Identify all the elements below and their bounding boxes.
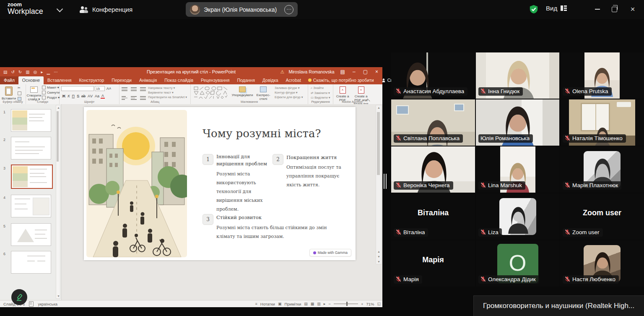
participant-tile[interactable]: Наталія Тімошенко	[560, 99, 644, 146]
numbering-button[interactable]	[131, 86, 137, 92]
undo-icon[interactable]: ↺	[11, 70, 14, 74]
tab-file[interactable]: Файл	[0, 76, 18, 84]
comments-toggle[interactable]: Примітки	[284, 302, 301, 306]
align-text-button[interactable]: Вирівняти текст ▾	[148, 91, 187, 94]
account-name[interactable]: Miroslava Romanovska	[288, 69, 334, 74]
tab-shared-screen[interactable]: Экран (Юлія Романовська) ⋯	[186, 2, 298, 17]
tab-transitions[interactable]: Переходи	[108, 76, 135, 84]
participant-tile[interactable]: Інна Гнидюк	[476, 52, 559, 99]
security-shield-icon[interactable]	[529, 5, 538, 14]
strikethrough-button[interactable]: ab	[80, 94, 86, 98]
panel-resize-handle[interactable]	[383, 173, 387, 190]
zoom-percentage[interactable]: 71%	[366, 302, 374, 306]
slideshow-icon[interactable]: ▸	[41, 70, 43, 74]
participant-tile[interactable]: Вероніка Чернега	[391, 146, 475, 193]
participant-tile[interactable]: Віталіна Віталіна	[391, 193, 475, 240]
ppt-minimize-icon[interactable]: –	[351, 69, 357, 75]
save-icon[interactable]: ▤	[3, 70, 7, 74]
tab-help[interactable]: Довідка	[259, 76, 282, 84]
quick-access-toolbar[interactable]: ▤ ↺ ↻ ▥ ◎ ▸ ▁ ⋯	[3, 70, 58, 74]
tab-view[interactable]: Подання	[233, 76, 258, 84]
made-with-gamma-badge[interactable]: Made with Gamma	[309, 249, 351, 256]
grow-font-button[interactable]: А˄	[106, 86, 112, 91]
reset-button[interactable]: Скинути	[42, 91, 60, 94]
close-button[interactable]: ×	[626, 3, 640, 15]
new-slide-button[interactable]: Створити слайд ▾	[27, 85, 41, 101]
collapse-ribbon-icon[interactable]	[366, 99, 370, 103]
underline-button[interactable]: П	[71, 94, 75, 98]
view-button[interactable]: Вид	[546, 5, 567, 12]
notes-toggle[interactable]: Нотатки	[260, 302, 275, 306]
print-preview-icon[interactable]: ▥	[26, 70, 29, 74]
tell-me-box[interactable]: Скажіть, що потрібно зробити	[305, 76, 377, 84]
normal-view-icon[interactable]: ▤	[304, 302, 308, 306]
more-options-icon[interactable]: ⋯	[284, 5, 293, 14]
participant-tile[interactable]: O Олександра Дідик	[476, 240, 559, 287]
slide-thumbnail[interactable]	[11, 195, 51, 217]
shape-effects-button[interactable]: Ефекти для фігур ▾	[275, 95, 303, 99]
shadow-button[interactable]: S	[76, 94, 80, 98]
cut-button[interactable]: ✂	[18, 86, 21, 90]
slide-sorter-icon[interactable]: ▦	[311, 302, 314, 306]
arrange-button[interactable]: Упорядкувати	[232, 85, 253, 97]
redo-icon[interactable]: ↻	[18, 70, 22, 74]
slide-thumbnail-selected[interactable]	[11, 165, 53, 189]
participant-tile[interactable]: Марія Плахотнюк	[560, 146, 644, 193]
language-indicator[interactable]: українська	[38, 302, 57, 306]
participant-tile[interactable]: Zoom user Zoom user	[560, 193, 644, 240]
ppt-close-icon[interactable]: ×	[374, 69, 380, 75]
zoom-slider[interactable]	[334, 303, 358, 304]
copy-button[interactable]	[18, 91, 21, 95]
font-name-combo[interactable]	[61, 86, 94, 91]
slide-thumbnail[interactable]	[11, 137, 51, 159]
char-spacing-button[interactable]: АV	[87, 94, 93, 98]
shapes-gallery[interactable]	[193, 86, 229, 99]
participant-tile[interactable]: Настя Любченко	[560, 240, 644, 287]
ribbon-options-icon[interactable]: ▤	[339, 69, 347, 75]
minimize-button[interactable]	[590, 3, 605, 15]
paste-button[interactable]: Вставити	[2, 85, 16, 100]
bold-button[interactable]: Ж	[61, 94, 66, 98]
indent-button[interactable]	[140, 86, 146, 92]
qat-more-icon[interactable]: ⋯	[54, 70, 58, 74]
shape-outline-button[interactable]: Контур фігури ▾	[275, 91, 303, 94]
audio-device-banner[interactable]: Громкоговоритель и наушники (Realtek Hig…	[473, 295, 644, 316]
text-direction-button[interactable]: Напрямок тексту ▾	[148, 86, 187, 90]
tab-conference[interactable]: Конференция	[75, 0, 137, 19]
tab-slideshow[interactable]: Показ слайдів	[161, 76, 197, 84]
restore-button[interactable]	[607, 3, 621, 15]
tab-insert[interactable]: Вставлення	[44, 76, 75, 84]
find-button[interactable]: ⌕ Знайти	[311, 86, 330, 90]
zoom-out-button[interactable]: −	[328, 302, 331, 306]
layout-button[interactable]: Макет ▾	[42, 86, 60, 89]
slide-thumbnail-panel[interactable]: 1 2 3 4 5 6 ▲▼	[0, 104, 62, 300]
zoom-in-button[interactable]: +	[361, 302, 364, 306]
participant-tile[interactable]: Світлана Поплавська	[391, 99, 475, 146]
tab-design[interactable]: Конструктор	[75, 76, 108, 84]
select-button[interactable]: ▭ Виділити ▾	[311, 96, 330, 99]
font-size-combo[interactable]: 15	[95, 86, 105, 91]
change-case-button[interactable]: Аа	[94, 94, 100, 98]
shape-fill-button[interactable]: Заливка фігури ▾	[275, 86, 303, 90]
quick-styles-button[interactable]: Експрес-стилі	[254, 85, 273, 101]
annotate-button[interactable]	[11, 289, 27, 305]
italic-button[interactable]: К	[67, 94, 70, 98]
find-icon[interactable]: ◎	[34, 70, 37, 74]
participant-tile-active-speaker[interactable]: Юлія Романовська	[476, 99, 559, 146]
smartart-button[interactable]: Перетворити на SmartArt ▾	[148, 95, 187, 99]
ppt-restore-icon[interactable]: ▢	[361, 69, 369, 75]
slide-thumbnail[interactable]	[11, 251, 51, 274]
participant-tile[interactable]: Марія Марія	[391, 240, 475, 287]
font-color-button[interactable]: А	[101, 94, 105, 99]
slide-thumbnail[interactable]	[11, 223, 51, 246]
underline-tool-icon[interactable]: ▁	[47, 70, 50, 74]
chevron-down-icon[interactable]	[57, 6, 63, 13]
slide-thumbnail[interactable]	[11, 109, 51, 132]
tab-home[interactable]: Основне	[18, 76, 44, 84]
slide-scrollbar[interactable]: ▲ ▲ ▼ ▼	[376, 105, 382, 264]
tab-review[interactable]: Рецензування	[197, 76, 233, 84]
participant-tile[interactable]: Liza	[476, 193, 559, 240]
slide-canvas[interactable]: Чому розумні міста? 1 Інновації для вирі…	[84, 107, 356, 260]
participant-tile[interactable]: Olena Prutska	[560, 52, 644, 99]
participant-tile[interactable]: Lina Marshuk	[476, 146, 559, 193]
